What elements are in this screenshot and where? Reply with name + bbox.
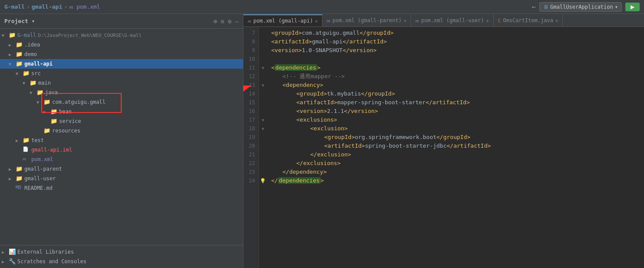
tree-item-ext-libs[interactable]: 📊 External Libraries — [0, 247, 243, 257]
tab-icon: C — [498, 18, 501, 23]
tree-item-demo[interactable]: 📁 demo — [0, 50, 243, 59]
main-layout: Project ▾ ⊕ ≡ ⚙ — 📁 G-mall D:\JavaProjec… — [0, 14, 644, 268]
tree-item-test[interactable]: 📁 test — [0, 136, 243, 145]
collapse-icon[interactable]: ≡ — [221, 18, 224, 25]
code-line-8: <artifactId>gmall-api</artifactId> — [267, 37, 644, 46]
gutter-24: 💡 — [259, 176, 267, 185]
code-line-18: <exclusion> — [267, 124, 644, 133]
tree-label: java — [45, 89, 58, 96]
code-line-17: <exclusions> — [267, 116, 644, 124]
fold-icon-18[interactable] — [262, 126, 264, 131]
arrow-icon — [23, 81, 30, 86]
gutter-11[interactable] — [259, 63, 267, 72]
sidebar-header: Project ▾ ⊕ ≡ ⚙ — — [0, 14, 243, 29]
editor-area: 𝑚 pom.xml (gmall-api) ✕ 𝑚 pom.xml (gmall… — [243, 14, 644, 268]
code-content: <artifactId>mapper-spring-boot-starter</… — [296, 98, 470, 107]
tree-item-idea[interactable]: 📁 .idea — [0, 40, 243, 50]
code-area: <groupId>com.atguigu.gmall</groupId> <ar… — [267, 27, 644, 268]
tree-item-gmall-parent[interactable]: 📁 gmall-parent — [0, 164, 243, 174]
tree-item-gmall-api[interactable]: 📁 gmall-api — [0, 59, 243, 69]
code-content: <dependency> — [282, 81, 323, 89]
fold-icon-17[interactable] — [262, 118, 264, 122]
close-icon[interactable]: ✕ — [555, 18, 558, 23]
run-config-dropdown[interactable]: 🖥 GmallUserApplication ▾ — [539, 2, 622, 12]
folder-icon: 📁 — [50, 118, 57, 125]
title-bar: G-mall › gmall-api › 𝑚 pom.xml ← 🖥 Gmall… — [0, 0, 644, 14]
tree-label: pom.xml — [31, 156, 53, 162]
tree-item-pom[interactable]: 𝑚 pom.xml — [0, 155, 243, 164]
settings-icon[interactable]: ⚙ — [228, 18, 231, 25]
file-icon: 𝑚 — [23, 156, 30, 163]
code-content: <dependencies> — [271, 63, 321, 72]
tree-item-gmall-user[interactable]: 📁 gmall-user — [0, 174, 243, 183]
code-content: <!-- 通用mapper --> — [282, 72, 345, 81]
gutter-9 — [259, 46, 267, 55]
folder-icon: 📊 — [9, 248, 16, 255]
fold-icon-13[interactable] — [262, 83, 264, 88]
gutter-22 — [259, 159, 267, 168]
tab-pom-user[interactable]: 𝑚 pom.xml (gmall-user) ✕ — [411, 14, 494, 26]
tree-item-readme[interactable]: MD README.md — [0, 183, 243, 193]
close-icon[interactable]: ✕ — [486, 18, 489, 23]
folder-icon: 📁 — [9, 32, 16, 39]
folder-icon: 📁 — [16, 165, 23, 172]
arrow-icon — [9, 62, 16, 66]
locate-icon[interactable]: ⊕ — [213, 18, 217, 25]
tree-item-scratches[interactable]: 🔧 Scratches and Consoles — [0, 257, 243, 266]
gutter-17[interactable] — [259, 116, 267, 124]
tree-item-com[interactable]: 📁 com.atguigu.gmall — [0, 97, 243, 107]
breadcrumb: G-mall › gmall-api › 𝑚 pom.xml — [4, 3, 100, 10]
close-icon[interactable]: ✕ — [404, 18, 406, 23]
folder-icon: 📁 — [43, 99, 50, 106]
gutter-13[interactable] — [259, 81, 267, 89]
bc-file: 𝑚 pom.xml — [69, 3, 100, 10]
tabs-bar: 𝑚 pom.xml (gmall-api) ✕ 𝑚 pom.xml (gmall… — [243, 14, 644, 27]
code-line-10 — [267, 55, 644, 63]
close-icon[interactable]: ✕ — [315, 19, 318, 23]
code-line-22: </exclusions> — [267, 159, 644, 168]
folder-icon: 📁 — [16, 51, 23, 58]
tree-label-bean: bean — [59, 109, 72, 115]
tree-label: gmall-parent — [24, 166, 62, 172]
tree-item-src[interactable]: 📁 src — [0, 69, 243, 78]
tree-item-resources[interactable]: 📁 resources — [0, 126, 243, 136]
bulb-icon[interactable]: 💡 — [260, 178, 266, 184]
tree-item-bean[interactable]: 📁 bean — [0, 107, 243, 116]
tree-label: demo — [24, 51, 37, 57]
tab-icon: 𝑚 — [248, 18, 251, 24]
code-content: <version>2.1.1</version> — [296, 107, 378, 116]
tree-item-java[interactable]: 📁 java — [0, 88, 243, 97]
tree-item-service[interactable]: 📁 service — [0, 116, 243, 126]
tab-label: pom.xml (gmall-api) — [253, 18, 313, 24]
code-line-23: </dependency> — [267, 168, 644, 176]
fold-icon-11[interactable] — [262, 66, 264, 70]
run-button[interactable]: ▶ — [625, 3, 640, 11]
arrow-icon — [37, 100, 43, 105]
bc-project: G-mall — [4, 3, 25, 10]
gutter-18[interactable] — [259, 124, 267, 133]
tree-item-iml[interactable]: 📄 gmall-api.iml — [0, 145, 243, 155]
title-right-actions: ← 🖥 GmallUserApplication ▾ ▶ — [532, 2, 640, 12]
sidebar-bottom: 📊 External Libraries 🔧 Scratches and Con… — [0, 245, 243, 268]
code-content: <groupId>com.atguigu.gmall</groupId> — [271, 29, 394, 37]
tab-oms[interactable]: C OmsCartItem.java ✕ — [494, 14, 563, 26]
tab-pom-api[interactable]: 𝑚 pom.xml (gmall-api) ✕ — [243, 14, 322, 26]
tree-label: README.md — [24, 185, 53, 191]
tree-item-main[interactable]: 📁 main — [0, 78, 243, 88]
tree-item-gmall-root[interactable]: 📁 G-mall D:\JavaProject_Web\NEU_COURSE\G… — [0, 30, 243, 40]
minimize-icon[interactable]: — — [235, 18, 239, 25]
code-line-16: <version>2.1.1</version> — [267, 107, 644, 116]
code-line-15: <artifactId>mapper-spring-boot-starter</… — [267, 98, 644, 107]
navigate-back-icon[interactable]: ← — [532, 3, 536, 11]
gutter-7 — [259, 29, 267, 37]
tab-pom-parent[interactable]: 𝑚 pom.xml (gmall-parent) ✕ — [322, 14, 411, 26]
gutter-20 — [259, 142, 267, 150]
code-content: <version>1.0-SNAPSHOT</version> — [271, 46, 377, 55]
gutter-12 — [259, 72, 267, 81]
bc-sep2: › — [64, 3, 67, 10]
gutter-10 — [259, 55, 267, 63]
bc-sep1: › — [27, 3, 30, 10]
sidebar-actions: ⊕ ≡ ⚙ — — [213, 18, 239, 25]
arrow-icon — [9, 167, 16, 172]
code-content: <groupId>org.springframework.boot</group… — [324, 133, 471, 142]
